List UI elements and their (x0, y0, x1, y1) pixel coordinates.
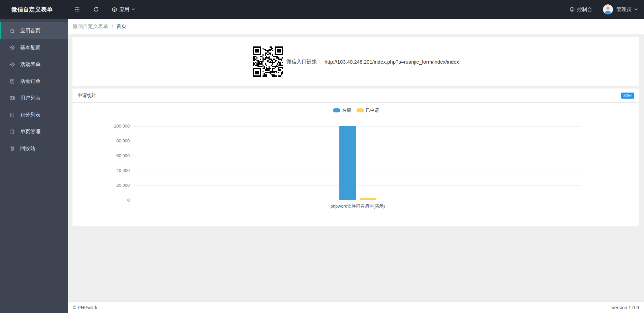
app-menu-label: 应用 (119, 6, 129, 13)
stats-panel: 申请统计 30日 名额已申请100,00080,00060,00040,0002… (72, 89, 639, 226)
bar-chart: 名额已申请100,00080,00060,00040,00020,0000php… (72, 103, 639, 226)
console-label: 控制台 (577, 6, 592, 13)
app-title: 微信自定义表单 (0, 6, 68, 13)
x-axis-category-label: phpwork软件问卷调查(演示) (134, 203, 581, 209)
entry-link-label: 微信入口链接： (286, 59, 322, 65)
entry-link-url[interactable]: http://103.40.248.201/index.php?s=ruanji… (325, 59, 459, 65)
legend-item[interactable]: 名额 (333, 107, 351, 113)
period-badge[interactable]: 30日 (621, 93, 634, 99)
entry-panel: 微信入口链接： http://103.40.248.201/index.php?… (72, 37, 639, 86)
chevron-down-icon (634, 8, 638, 11)
breadcrumb: 微信自定义表单 / 首页 (68, 19, 644, 34)
main-content: 微信自定义表单 / 首页 微信入口链接： http://103.40.248.2… (68, 19, 644, 313)
bar-名额[interactable] (339, 126, 356, 200)
sidebar-item-page-manage[interactable]: 单页管理 (0, 123, 68, 140)
y-axis-tick-label: 40,000 (72, 168, 130, 173)
refresh-icon[interactable] (87, 0, 105, 19)
footer: © PHPwork Version 1.0.9 (68, 302, 644, 313)
sidebar-item-activity-forms[interactable]: 活动表单 (0, 56, 68, 73)
sidebar-item-label: 单页管理 (20, 129, 40, 135)
sidebar-item-activity-orders[interactable]: 活动订单 (0, 73, 68, 90)
y-axis-tick-label: 60,000 (72, 153, 130, 158)
gauge-icon (570, 7, 575, 12)
sidebar-item-label: 积分列表 (20, 112, 40, 118)
menu-fold-icon[interactable] (68, 0, 87, 19)
user-menu[interactable]: 管理员 (613, 0, 644, 19)
sidebar-item-label: 活动表单 (20, 61, 40, 68)
y-axis-tick-label: 0 (72, 198, 130, 203)
app-cube-icon (112, 7, 117, 12)
sidebar-item-basic-config[interactable]: 基本配置 (0, 39, 68, 56)
app-menu[interactable]: 应用 (105, 0, 141, 19)
gear-icon (9, 45, 15, 50)
footer-copyright: © PHPwork (73, 305, 97, 310)
sidebar-item-label: 回收站 (20, 145, 35, 152)
sidebar: 应用首页基本配置活动表单活动订单用户列表积分列表单页管理回收站 (0, 19, 68, 313)
avatar[interactable] (603, 4, 613, 14)
sidebar-item-user-list[interactable]: 用户列表 (0, 90, 68, 106)
trash-icon (9, 146, 15, 151)
stats-panel-title: 申请统计 (78, 93, 96, 99)
user-name: 管理员 (616, 6, 632, 13)
sidebar-menu: 应用首页基本配置活动表单活动订单用户列表积分列表单页管理回收站 (0, 22, 68, 157)
doc-icon (9, 112, 15, 118)
gear-icon (9, 62, 15, 67)
top-bar: 微信自定义表单 应用 控制台 (0, 0, 644, 19)
page-icon (9, 129, 15, 135)
chart-plot-area (134, 126, 581, 200)
sidebar-item-recycle-bin[interactable]: 回收站 (0, 140, 68, 157)
y-axis-tick-label: 20,000 (72, 183, 130, 188)
sidebar-item-label: 应用首页 (20, 28, 40, 34)
footer-version: Version 1.0.9 (611, 305, 639, 310)
legend-marker-icon (357, 108, 364, 112)
sidebar-item-points-list[interactable]: 积分列表 (0, 106, 68, 123)
breadcrumb-current: 首页 (116, 23, 126, 30)
sidebar-item-home[interactable]: 应用首页 (0, 22, 68, 39)
qr-code (253, 46, 283, 77)
bar-已申请[interactable] (360, 198, 376, 200)
breadcrumb-separator: / (112, 24, 113, 29)
sidebar-item-label: 活动订单 (20, 78, 40, 84)
legend-label: 名额 (342, 107, 351, 113)
doc-icon (9, 78, 15, 84)
sidebar-item-label: 用户列表 (20, 95, 40, 101)
legend-item[interactable]: 已申请 (357, 107, 379, 113)
y-axis-tick-label: 80,000 (72, 138, 130, 143)
avatar-image (603, 4, 613, 14)
chart-legend: 名额已申请 (72, 107, 639, 113)
chevron-down-icon (131, 8, 135, 11)
legend-marker-icon (333, 108, 340, 112)
legend-label: 已申请 (366, 107, 379, 113)
breadcrumb-root[interactable]: 微信自定义表单 (73, 23, 108, 30)
home-icon (9, 28, 15, 34)
sidebar-item-label: 基本配置 (20, 44, 40, 51)
idcard-icon (9, 95, 15, 101)
console-link[interactable]: 控制台 (565, 0, 597, 19)
bar-group (339, 126, 376, 200)
y-axis-tick-label: 100,000 (72, 124, 130, 129)
